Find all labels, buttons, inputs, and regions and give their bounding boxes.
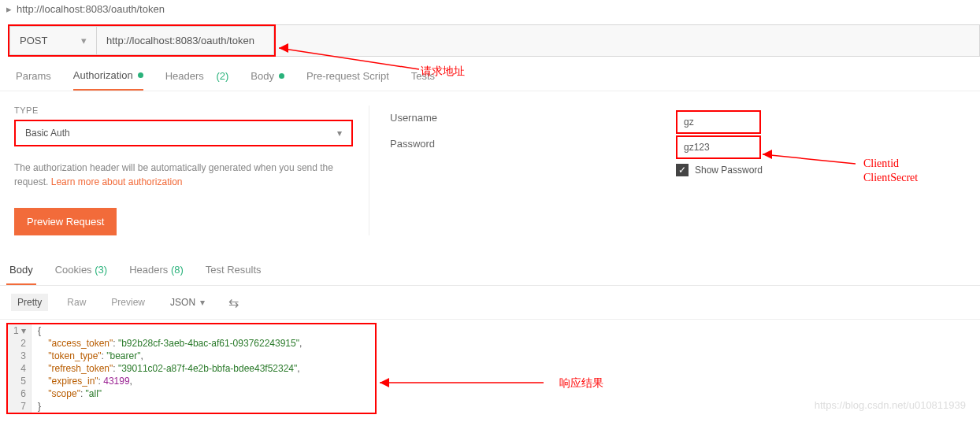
request-title[interactable]: ▸ http://localhost:8083/oauth/token bbox=[0, 0, 980, 18]
annotation-clientsecret: ClientSecret bbox=[863, 172, 918, 184]
request-title-text: http://localhost:8083/oauth/token bbox=[17, 3, 165, 15]
resp-tab-testresults[interactable]: Test Results bbox=[202, 256, 265, 285]
show-password-label: Show Password bbox=[695, 165, 763, 176]
view-raw[interactable]: Raw bbox=[61, 294, 92, 311]
tab-authorization[interactable]: Authorization bbox=[73, 69, 143, 91]
tab-prerequest[interactable]: Pre-request Script bbox=[306, 69, 389, 91]
resp-tab-cookies[interactable]: Cookies (3) bbox=[52, 256, 110, 285]
http-method-select[interactable]: POST ▾ bbox=[9, 26, 96, 55]
auth-type-label: TYPE bbox=[14, 106, 353, 115]
check-icon: ✓ bbox=[678, 165, 686, 176]
password-input[interactable]: gz123 bbox=[676, 135, 761, 159]
status-dot-icon bbox=[279, 73, 284, 79]
wrap-lines-icon[interactable]: ⇆ bbox=[224, 295, 243, 310]
request-url-input[interactable]: http://localhost:8083/oauth/token bbox=[96, 26, 274, 55]
tab-body[interactable]: Body bbox=[251, 69, 284, 91]
auth-type-select[interactable]: Basic Auth ▾ bbox=[14, 120, 353, 146]
show-password-checkbox[interactable]: ✓ bbox=[676, 164, 689, 176]
watermark: https://blog.csdn.net/u010811939 bbox=[815, 399, 966, 411]
username-label: Username bbox=[390, 112, 676, 124]
auth-description: The authorization header will be automat… bbox=[14, 161, 353, 189]
resp-tab-headers[interactable]: Headers (8) bbox=[126, 256, 187, 285]
format-select[interactable]: JSON ▾ bbox=[164, 294, 211, 311]
preview-request-button[interactable]: Preview Request bbox=[14, 208, 117, 235]
status-dot-icon bbox=[138, 72, 143, 78]
annotation-response: 响应结果 bbox=[559, 376, 603, 391]
chevron-down-icon: ▾ bbox=[200, 297, 205, 308]
arrow-annotation bbox=[380, 373, 553, 392]
auth-type-value: Basic Auth bbox=[25, 128, 70, 139]
chevron-down-icon: ▾ bbox=[81, 35, 87, 46]
tab-params[interactable]: Params bbox=[16, 69, 51, 91]
svg-marker-5 bbox=[380, 378, 389, 387]
learn-more-link[interactable]: Learn more about authorization bbox=[51, 176, 183, 187]
response-tabs: Body Cookies (3) Headers (8) Test Result… bbox=[0, 256, 980, 286]
annotation-clientid: Clientid bbox=[863, 157, 899, 170]
password-label: Password bbox=[390, 138, 676, 150]
view-preview[interactable]: Preview bbox=[105, 294, 151, 311]
tab-headers[interactable]: Headers (2) bbox=[165, 69, 229, 91]
method-value: POST bbox=[20, 35, 47, 46]
resp-tab-body[interactable]: Body bbox=[6, 256, 36, 285]
triangle-right-icon: ▸ bbox=[6, 3, 12, 15]
url-input-extend[interactable] bbox=[276, 24, 980, 57]
username-input[interactable]: gz bbox=[676, 110, 761, 134]
chevron-down-icon: ▾ bbox=[337, 128, 342, 139]
view-pretty[interactable]: Pretty bbox=[11, 294, 48, 311]
response-body: 1 ▾{ 2 "access_token": "b92b28cf-3aeb-4b… bbox=[6, 323, 377, 414]
annotation-url: 请求地址 bbox=[421, 65, 465, 79]
request-tabs: Params Authorization Headers (2) Body Pr… bbox=[0, 60, 980, 91]
